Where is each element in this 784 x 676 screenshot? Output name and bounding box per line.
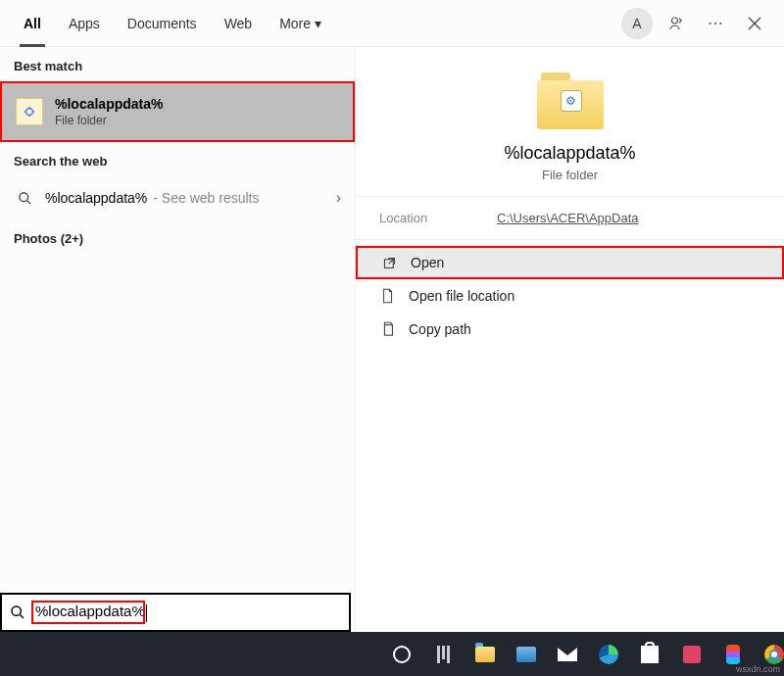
- action-copy-path-label: Copy path: [409, 321, 471, 337]
- taskbar-task-view[interactable]: [433, 642, 453, 667]
- taskbar-file-explorer[interactable]: [474, 642, 494, 667]
- svg-point-0: [672, 18, 678, 24]
- web-search-result[interactable]: %localappdata% - See web results ›: [0, 176, 355, 219]
- feedback-icon[interactable]: [657, 4, 696, 43]
- search-input[interactable]: %localappdata%: [35, 603, 341, 621]
- action-open-file-location-label: Open file location: [409, 288, 514, 304]
- tab-more-label: More: [279, 0, 311, 47]
- open-icon: [381, 255, 397, 270]
- preview-subtitle: File folder: [542, 168, 598, 182]
- action-open-file-location[interactable]: Open file location: [356, 279, 784, 313]
- best-match-title: %localappdata%: [55, 96, 163, 112]
- folder-large-icon: ⚙: [537, 72, 604, 129]
- taskbar: [0, 632, 784, 676]
- preview-details: Location C:\Users\ACER\AppData: [356, 196, 784, 240]
- search-icon: [10, 604, 27, 620]
- section-best-match: Best match: [0, 47, 355, 81]
- svg-point-1: [26, 109, 33, 116]
- more-options-icon[interactable]: ⋯: [696, 4, 735, 43]
- preview-title: %localappdata%: [504, 143, 635, 164]
- chevron-down-icon: ▾: [315, 0, 321, 47]
- action-copy-path[interactable]: Copy path: [356, 313, 784, 346]
- preview-panel: ⚙ %localappdata% File folder Location C:…: [355, 47, 784, 631]
- taskbar-cortana[interactable]: [392, 642, 412, 667]
- taskbar-store[interactable]: [640, 642, 660, 667]
- copy-icon: [379, 321, 395, 337]
- section-photos: Photos (2+): [0, 219, 355, 254]
- web-search-term: %localappdata%: [45, 190, 147, 206]
- search-tabs: All Apps Documents Web More ▾ A ⋯: [0, 0, 784, 47]
- watermark: wsxdn.com: [736, 664, 780, 674]
- action-open[interactable]: Open: [356, 246, 784, 279]
- chevron-right-icon: ›: [336, 189, 341, 207]
- search-icon: [14, 191, 35, 206]
- action-open-label: Open: [411, 255, 444, 270]
- taskbar-app-generic[interactable]: [681, 642, 701, 667]
- taskbar-figma[interactable]: [723, 642, 743, 667]
- file-location-icon: [379, 288, 395, 304]
- close-icon[interactable]: [735, 4, 774, 43]
- svg-point-2: [19, 192, 27, 201]
- taskbar-edge[interactable]: [599, 642, 618, 667]
- gear-icon: ⚙: [561, 90, 582, 112]
- taskbar-app-printer[interactable]: [516, 642, 536, 667]
- taskbar-mail[interactable]: [558, 642, 577, 667]
- svg-rect-4: [384, 325, 392, 335]
- best-match-result[interactable]: %localappdata% File folder: [0, 81, 355, 142]
- tab-apps[interactable]: Apps: [55, 0, 114, 47]
- tab-all[interactable]: All: [10, 0, 55, 47]
- tab-web[interactable]: Web: [211, 0, 267, 47]
- section-search-web: Search the web: [0, 142, 355, 176]
- taskbar-chrome[interactable]: [764, 642, 784, 667]
- location-value[interactable]: C:\Users\ACER\AppData: [497, 211, 639, 225]
- best-match-subtitle: File folder: [55, 114, 163, 127]
- tab-more[interactable]: More ▾: [266, 0, 335, 47]
- results-panel: Best match %localappdata% File folder Se…: [0, 47, 355, 631]
- tab-documents[interactable]: Documents: [114, 0, 211, 47]
- folder-icon: [16, 98, 43, 125]
- search-box[interactable]: %localappdata%: [0, 593, 351, 632]
- web-search-hint: - See web results: [153, 190, 259, 206]
- location-label: Location: [379, 211, 497, 225]
- user-avatar[interactable]: A: [621, 8, 653, 39]
- svg-point-5: [12, 606, 21, 615]
